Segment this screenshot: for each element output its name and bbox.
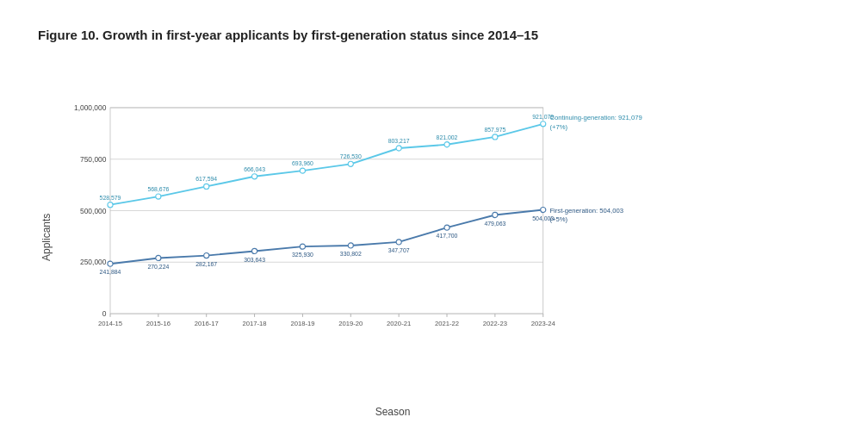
svg-point-41	[108, 261, 113, 266]
y-axis-label: Applicants	[38, 56, 55, 418]
svg-point-43	[204, 252, 209, 258]
svg-text:666,043: 666,043	[244, 165, 265, 171]
svg-text:250,000: 250,000	[80, 258, 107, 266]
svg-point-50	[541, 207, 546, 212]
svg-point-33	[204, 184, 209, 189]
svg-text:1,000,000: 1,000,000	[74, 103, 107, 112]
svg-point-34	[252, 173, 257, 178]
svg-text:282,167: 282,167	[195, 260, 217, 266]
svg-text:2023-24: 2023-24	[531, 319, 556, 327]
svg-text:2020-21: 2020-21	[387, 319, 411, 327]
svg-text:303,643: 303,643	[244, 256, 265, 262]
svg-point-48	[444, 225, 450, 230]
svg-text:568,676: 568,676	[147, 185, 169, 191]
chart-svg: 0250,000500,000750,0001,000,0002014-1520…	[110, 65, 675, 377]
svg-point-36	[348, 161, 353, 166]
svg-point-46	[348, 242, 353, 247]
chart-title: Figure 10. Growth in first-year applican…	[38, 28, 830, 42]
svg-point-42	[156, 255, 161, 260]
svg-point-35	[300, 168, 305, 173]
svg-text:0: 0	[102, 309, 107, 318]
chart-container: Figure 10. Growth in first-year applican…	[21, 10, 847, 433]
svg-point-45	[300, 244, 305, 249]
svg-point-44	[252, 248, 257, 253]
svg-text:2022-23: 2022-23	[483, 319, 507, 327]
svg-text:857,975: 857,975	[484, 126, 505, 132]
svg-text:2019-20: 2019-20	[338, 319, 363, 327]
svg-text:750,000: 750,000	[80, 154, 107, 163]
x-axis-label: Season	[110, 406, 675, 418]
chart-inner: 0250,000500,000750,0001,000,0002014-1520…	[59, 56, 830, 418]
svg-text:2017-18: 2017-18	[243, 319, 267, 327]
svg-point-32	[156, 194, 161, 199]
svg-point-39	[493, 134, 498, 139]
svg-text:First-generation: 504,003: First-generation: 504,003	[549, 206, 623, 214]
svg-text:330,802: 330,802	[340, 251, 362, 257]
svg-text:325,930: 325,930	[292, 252, 313, 258]
svg-text:821,002: 821,002	[437, 134, 458, 140]
svg-text:2018-19: 2018-19	[290, 319, 314, 327]
svg-point-37	[396, 145, 401, 150]
chart-area: Applicants 0250,000500,000750,0001,000,0…	[38, 56, 830, 418]
svg-point-40	[541, 121, 546, 126]
svg-text:2021-22: 2021-22	[435, 319, 459, 327]
svg-text:500,000: 500,000	[80, 206, 107, 215]
svg-text:693,960: 693,960	[292, 159, 313, 165]
svg-text:2016-17: 2016-17	[195, 319, 219, 327]
svg-text:617,594: 617,594	[195, 176, 217, 182]
svg-text:270,224: 270,224	[147, 263, 169, 269]
svg-text:(+7%): (+7%)	[549, 122, 567, 130]
svg-text:479,063: 479,063	[484, 220, 505, 226]
svg-point-38	[444, 141, 450, 146]
svg-text:Continuing-generation: 921,079: Continuing-generation: 921,079	[549, 114, 642, 121]
svg-text:726,530: 726,530	[340, 153, 362, 159]
svg-text:241,884: 241,884	[100, 269, 121, 275]
svg-text:2015-16: 2015-16	[146, 319, 170, 327]
svg-text:2014-15: 2014-15	[98, 319, 122, 327]
svg-text:(+5%): (+5%)	[549, 215, 567, 223]
svg-point-31	[108, 202, 113, 207]
svg-point-49	[493, 212, 498, 217]
plot-area: 0250,000500,000750,0001,000,0002014-1520…	[110, 65, 675, 377]
svg-text:347,707: 347,707	[388, 247, 410, 253]
svg-text:803,217: 803,217	[388, 137, 410, 143]
svg-text:528,579: 528,579	[100, 194, 121, 200]
svg-point-47	[396, 239, 401, 244]
svg-text:417,700: 417,700	[437, 233, 458, 239]
